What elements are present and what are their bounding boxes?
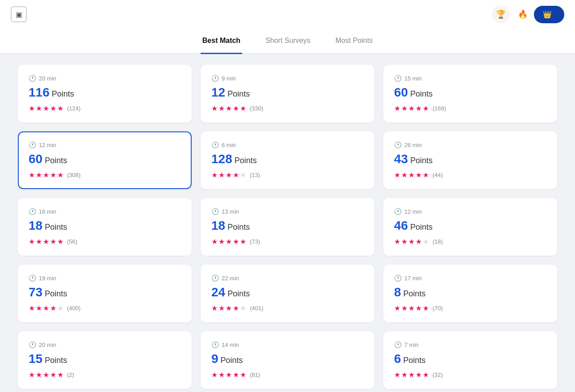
star-full: ★ — [401, 304, 407, 312]
time-label: 20 min — [39, 75, 56, 82]
clock-icon: 🕐 — [29, 75, 36, 82]
trophy-button[interactable]: 🏆 — [492, 5, 510, 23]
star-full: ★ — [50, 371, 56, 379]
points-value: 12 — [211, 85, 225, 99]
star-full: ★ — [57, 371, 63, 379]
survey-card[interactable]: 🕐 9 min 12 Points ★★★★★(330) — [201, 65, 374, 122]
points-unit: Points — [227, 289, 250, 298]
survey-card[interactable]: 🕐 26 min 43 Points ★★★★★(44) — [383, 131, 557, 189]
time-label: 26 min — [404, 142, 422, 148]
star-half: ★ — [423, 371, 429, 379]
review-count: (32) — [432, 371, 443, 378]
star-full: ★ — [226, 304, 232, 312]
flame-icon: 🔥 — [518, 9, 528, 19]
card-time: 🕐 15 min — [394, 75, 546, 82]
balance-section: ▣ — [11, 6, 32, 22]
survey-card[interactable]: 🕐 15 min 60 Points ★★★★★(169) — [383, 65, 557, 122]
card-points: 9 Points — [211, 352, 364, 366]
survey-card[interactable]: 🕐 7 min 6 Points ★★★★★(32) — [383, 331, 557, 389]
time-label: 7 min — [404, 341, 419, 348]
points-value: 46 — [394, 219, 408, 232]
points-value: 60 — [394, 85, 408, 99]
star-full: ★ — [408, 104, 415, 113]
star-full: ★ — [240, 104, 246, 113]
card-points: 18 Points — [211, 219, 364, 233]
star-full: ★ — [43, 371, 49, 379]
header: ▣ 🏆 🔥 👑 — [0, 0, 575, 29]
survey-grid: 🕐 20 min 116 Points ★★★★★(124) 🕐 9 min 1… — [18, 65, 557, 389]
star-full: ★ — [226, 104, 232, 113]
points-value: 8 — [394, 285, 401, 299]
points-unit: Points — [45, 156, 67, 165]
survey-card[interactable]: 🕐 16 min 18 Points ★★★★★(56) — [18, 198, 192, 256]
notification-button[interactable]: 🔥 — [516, 9, 528, 19]
points-value: 24 — [211, 285, 225, 299]
survey-card[interactable]: 🕐 20 min 116 Points ★★★★★(124) — [18, 65, 192, 122]
time-label: 9 min — [222, 75, 236, 82]
star-full: ★ — [233, 104, 239, 113]
points-value: 18 — [29, 219, 42, 232]
star-half: ★ — [423, 171, 429, 179]
survey-card[interactable]: 🕐 19 min 73 Points ★★★★★(400) — [18, 265, 192, 322]
card-time: 🕐 13 min — [211, 208, 364, 215]
card-time: 🕐 9 min — [211, 75, 364, 82]
points-unit: Points — [221, 356, 243, 365]
points-value: 73 — [29, 285, 42, 299]
star-full: ★ — [416, 104, 422, 113]
card-points: 60 Points — [29, 152, 181, 166]
time-label: 22 min — [222, 275, 239, 282]
star-rating: ★★★★★(308) — [29, 171, 181, 179]
star-full: ★ — [401, 171, 407, 179]
review-count: (2) — [67, 371, 74, 378]
card-time: 🕐 20 min — [29, 341, 181, 348]
time-label: 19 min — [39, 275, 56, 282]
star-full: ★ — [211, 371, 218, 379]
tab-best-match[interactable]: Best Match — [201, 29, 242, 54]
points-unit: Points — [403, 289, 426, 298]
survey-card[interactable]: 🕐 13 min 18 Points ★★★★★(73) — [201, 198, 374, 256]
star-rating: ★★★★★(56) — [29, 237, 181, 246]
points-unit: Points — [52, 89, 74, 98]
crown-icon: 👑 — [543, 10, 552, 19]
survey-card[interactable]: 🕐 12 min 46 Points ★★★★★(18) — [383, 198, 557, 256]
level-button[interactable]: 👑 — [534, 6, 564, 23]
points-unit: Points — [45, 289, 67, 298]
tabs-container: Best Match Short Surveys Most Points — [0, 29, 575, 54]
points-unit: Points — [410, 89, 432, 98]
star-rating: ★★★★★(73) — [211, 237, 364, 246]
survey-card[interactable]: 🕐 6 min 128 Points ★★★★★(13) — [201, 131, 374, 189]
star-half: ★ — [57, 171, 63, 179]
survey-card[interactable]: 🕐 12 min 60 Points ★★★★★(308) — [18, 131, 192, 189]
card-time: 🕐 22 min — [211, 274, 364, 282]
survey-card[interactable]: 🕐 22 min 24 Points ★★★★★(401) — [201, 265, 374, 322]
star-empty: ★ — [240, 171, 246, 179]
star-full: ★ — [401, 104, 407, 113]
card-time: 🕐 6 min — [211, 141, 364, 148]
card-points: 6 Points — [394, 352, 546, 366]
survey-card[interactable]: 🕐 20 min 15 Points ★★★★★(2) — [18, 331, 192, 389]
card-time: 🕐 19 min — [29, 274, 181, 282]
star-full: ★ — [401, 237, 407, 246]
survey-card[interactable]: 🕐 14 min 9 Points ★★★★★(81) — [201, 331, 374, 389]
clock-icon: 🕐 — [394, 141, 402, 148]
tab-most-points[interactable]: Most Points — [334, 29, 375, 54]
star-full: ★ — [394, 237, 400, 246]
tab-short-surveys[interactable]: Short Surveys — [264, 29, 312, 54]
survey-card[interactable]: 🕐 17 min 8 Points ★★★★★(70) — [383, 265, 557, 322]
star-full: ★ — [211, 104, 218, 113]
star-full: ★ — [240, 371, 246, 379]
star-full: ★ — [226, 237, 232, 246]
points-value: 116 — [29, 85, 50, 99]
clock-icon: 🕐 — [29, 141, 36, 148]
star-full: ★ — [226, 371, 232, 379]
star-half: ★ — [233, 304, 239, 312]
star-full: ★ — [211, 304, 218, 312]
review-count: (400) — [67, 305, 80, 312]
points-unit: Points — [227, 223, 250, 232]
star-full: ★ — [416, 304, 422, 312]
card-points: 8 Points — [394, 285, 546, 299]
review-count: (70) — [432, 305, 443, 312]
card-time: 🕐 12 min — [394, 208, 546, 215]
points-value: 60 — [29, 152, 42, 166]
review-count: (13) — [250, 172, 260, 178]
